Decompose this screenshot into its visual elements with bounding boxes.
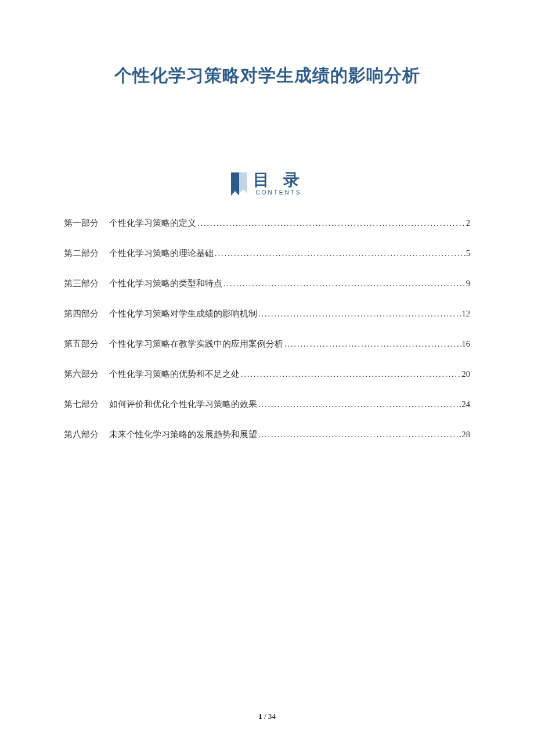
toc-item[interactable]: 第二部分 个性化学习策略的理论基础 ......................…	[64, 248, 470, 259]
toc-part-label: 第四部分	[64, 308, 99, 319]
toc-part-label: 第三部分	[64, 278, 99, 289]
toc-part-label: 第六部分	[64, 369, 99, 380]
toc-item-text: 个性化学习策略在教学实践中的应用案例分析	[109, 339, 283, 350]
toc-item-text: 个性化学习策略的定义	[109, 218, 196, 229]
toc-item[interactable]: 第六部分 个性化学习策略的优势和不足之处 ...................…	[64, 369, 470, 380]
toc-page-number: 16	[462, 339, 471, 349]
toc-page-number: 28	[462, 430, 471, 440]
toc-item[interactable]: 第四部分 个性化学习策略对学生成绩的影响机制 .................…	[64, 308, 470, 319]
toc-item-text: 个性化学习策略对学生成绩的影响机制	[109, 308, 257, 319]
document-title: 个性化学习策略对学生成绩的影响分析	[64, 64, 470, 88]
page-separator: /	[262, 712, 268, 721]
toc-item[interactable]: 第三部分 个性化学习策略的类型和特点 .....................…	[64, 278, 470, 289]
toc-leader-dots: ........................................…	[214, 249, 466, 258]
toc-item-text: 未来个性化学习策略的发展趋势和展望	[109, 429, 257, 440]
toc-part-label: 第七部分	[64, 399, 99, 410]
toc-part-label: 第一部分	[64, 218, 99, 229]
page-footer: 1 / 34	[0, 712, 534, 721]
toc-page-number: 20	[462, 369, 471, 379]
toc-item[interactable]: 第八部分 未来个性化学习策略的发展趋势和展望 .................…	[64, 429, 470, 440]
toc-page-number: 5	[466, 249, 470, 258]
toc-page-number: 12	[462, 309, 471, 319]
toc-leader-dots: ........................................…	[257, 309, 462, 319]
toc-heading: 目 录	[253, 172, 304, 188]
toc-item[interactable]: 第五部分 个性化学习策略在教学实践中的应用案例分析 ..............…	[64, 339, 470, 350]
toc-header: 目 录 CONTENTS	[64, 172, 470, 196]
toc-item[interactable]: 第七部分 如何评价和优化个性化学习策略的效果 .................…	[64, 399, 470, 410]
toc-item-text: 个性化学习策略的类型和特点	[109, 278, 222, 289]
toc-leader-dots: ........................................…	[257, 430, 462, 440]
svg-marker-0	[231, 172, 239, 196]
toc-leader-dots: ........................................…	[283, 340, 462, 349]
toc-item[interactable]: 第一部分 个性化学习策略的定义 ........................…	[64, 218, 470, 229]
toc-leader-dots: ........................................…	[240, 370, 462, 379]
toc-leader-dots: ........................................…	[257, 400, 462, 409]
toc-leader-dots: ........................................…	[196, 219, 466, 228]
toc-item-text: 如何评价和优化个性化学习策略的效果	[109, 399, 257, 410]
toc-page-number: 24	[462, 399, 471, 409]
toc-leader-dots: ........................................…	[222, 279, 466, 289]
toc-part-label: 第二部分	[64, 248, 99, 259]
toc-list: 第一部分 个性化学习策略的定义 ........................…	[64, 218, 470, 440]
bookmark-icon	[230, 172, 247, 196]
toc-part-label: 第八部分	[64, 429, 99, 440]
toc-page-number: 9	[466, 279, 470, 289]
total-pages: 34	[268, 712, 276, 721]
toc-subheading: CONTENTS	[256, 189, 302, 196]
toc-page-number: 2	[466, 218, 470, 228]
toc-part-label: 第五部分	[64, 339, 99, 350]
svg-marker-1	[239, 172, 247, 193]
toc-item-text: 个性化学习策略的优势和不足之处	[109, 369, 240, 380]
toc-item-text: 个性化学习策略的理论基础	[109, 248, 214, 259]
